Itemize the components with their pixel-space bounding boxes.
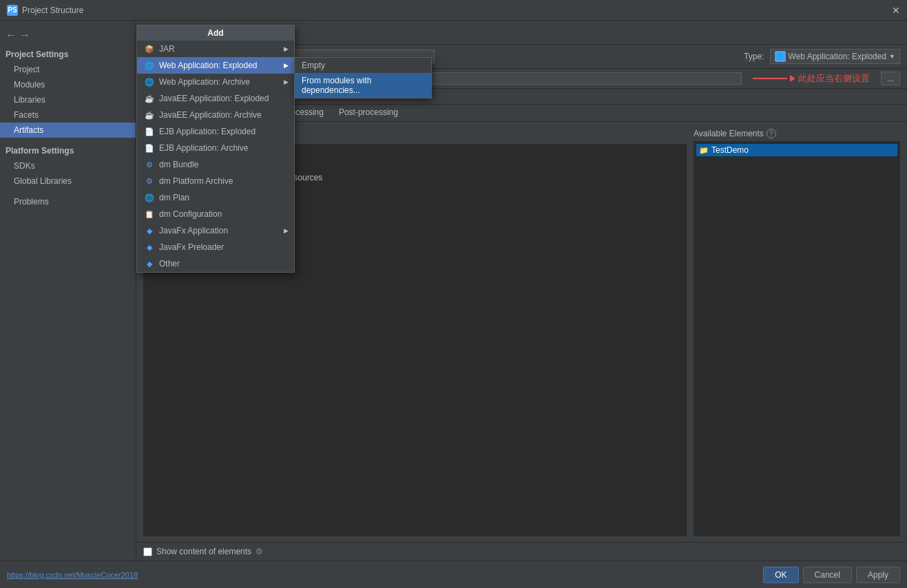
menu-item-label: dm Plan	[159, 193, 189, 202]
empty-label: Empty	[302, 61, 325, 70]
available-item-label: TestDemo	[711, 145, 749, 155]
add-menu-item-other[interactable]: ◆ Other	[137, 255, 294, 272]
dm-platform-icon: ⚙	[144, 176, 155, 187]
show-content-checkbox[interactable]	[143, 547, 152, 556]
module-icon: 📁	[699, 146, 709, 155]
menu-item-label: EJB Application: Archive	[159, 143, 248, 153]
web-app-sub-menu: Empty From modules with dependencies...	[294, 57, 432, 98]
available-pane: Available Elements ? 📁 TestDemo	[694, 127, 900, 536]
add-menu-item-dm-bundle[interactable]: ⚙ dm Bundle	[137, 156, 294, 173]
menu-item-label: dm Configuration	[159, 209, 222, 219]
menu-item-label: Web Application: Exploded	[159, 61, 258, 70]
dm-plan-icon: 🌐	[144, 192, 155, 203]
menu-item-label: JavaFx Application	[159, 226, 228, 235]
type-value: Web Application: Exploded	[789, 52, 887, 61]
add-menu: Add 📦 JAR 🌐 Web Application: Exploded Em…	[136, 25, 295, 273]
back-button[interactable]: ←	[6, 29, 17, 41]
title-bar: PS Project Structure ✕	[0, 0, 907, 21]
sidebar: ← → Project Settings Project Modules Lib…	[0, 21, 136, 560]
add-menu-item-web-app-exploded[interactable]: 🌐 Web Application: Exploded Empty From m…	[137, 57, 294, 74]
available-label: Available Elements ?	[694, 127, 900, 141]
menu-item-label: EJB Application: Exploded	[159, 127, 256, 136]
javaee-exploded-icon: ☕	[144, 93, 155, 104]
footer-link[interactable]: https://blog.csdn.net/MuscleCocer2018	[7, 571, 138, 579]
add-menu-item-web-app-archive[interactable]: 🌐 Web Application: Archive	[137, 74, 294, 90]
add-menu-header: Add	[137, 25, 294, 41]
menu-item-label: dm Bundle	[159, 160, 198, 169]
type-label: Type:	[744, 52, 764, 61]
sidebar-item-libraries[interactable]: Libraries	[0, 92, 136, 107]
add-menu-item-ejb-exploded[interactable]: 📄 EJB Application: Exploded	[137, 123, 294, 140]
apply-button[interactable]: Apply	[856, 567, 900, 583]
sub-menu-item-empty[interactable]: Empty	[295, 58, 431, 73]
sidebar-item-modules[interactable]: Modules	[0, 77, 136, 92]
forward-button[interactable]: →	[19, 29, 30, 41]
add-menu-item-ejb-archive[interactable]: 📄 EJB Application: Archive	[137, 140, 294, 156]
close-button[interactable]: ✕	[892, 5, 900, 16]
sidebar-item-problems[interactable]: Problems	[0, 194, 136, 209]
available-item-testdemo[interactable]: 📁 TestDemo	[696, 144, 897, 156]
menu-item-label: JavaEE Application: Exploded	[159, 94, 269, 103]
menu-item-label: Other	[159, 259, 180, 269]
settings-icon[interactable]: ⚙	[256, 547, 263, 556]
show-content-wrap: Show content of elements ⚙	[143, 547, 263, 556]
javafx-preloader-icon: ◆	[144, 242, 155, 253]
other-icon: ◆	[144, 258, 155, 269]
menu-item-label: JavaEE Application: Archive	[159, 110, 262, 120]
sidebar-item-facets[interactable]: Facets	[0, 107, 136, 123]
add-menu-item-javafx-app[interactable]: ◆ JavaFx Application	[137, 222, 294, 239]
add-menu-container: Add 📦 JAR 🌐 Web Application: Exploded Em…	[136, 25, 295, 273]
sidebar-item-global-libraries[interactable]: Global Libraries	[0, 174, 136, 189]
platform-settings-label: Platform Settings	[0, 143, 136, 158]
title-bar-text: Project Structure	[22, 6, 83, 15]
output-browse-button[interactable]: ...	[881, 72, 900, 85]
type-icon: 🌐	[775, 51, 786, 62]
from-modules-label: From modules with dependencies...	[302, 76, 424, 95]
sidebar-item-project[interactable]: Project	[0, 62, 136, 77]
annotation-text: 此处应当右侧设置	[798, 72, 870, 85]
type-select[interactable]: 🌐 Web Application: Exploded ▼	[770, 49, 900, 64]
menu-item-label: JavaFx Preloader	[159, 242, 224, 252]
cancel-button[interactable]: Cancel	[803, 567, 852, 583]
nav-buttons: ← →	[0, 26, 136, 47]
add-menu-item-dm-plan[interactable]: 🌐 dm Plan	[137, 189, 294, 206]
add-menu-item-dm-platform[interactable]: ⚙ dm Platform Archive	[137, 173, 294, 189]
show-content-label: Show content of elements	[156, 547, 251, 556]
web-archive-icon: 🌐	[144, 76, 155, 87]
ejb-archive-icon: 📄	[144, 143, 155, 154]
javaee-archive-icon: ☕	[144, 109, 155, 120]
sidebar-item-artifacts[interactable]: Artifacts	[0, 123, 136, 138]
sidebar-item-sdks[interactable]: SDKs	[0, 158, 136, 174]
jar-icon: 📦	[144, 43, 155, 54]
javafx-app-icon: ◆	[144, 225, 155, 236]
app-icon: PS	[7, 5, 18, 16]
add-menu-item-dm-config[interactable]: 📋 dm Configuration	[137, 206, 294, 222]
menu-item-label: dm Platform Archive	[159, 176, 233, 186]
dm-config-icon: 📋	[144, 209, 155, 220]
help-icon[interactable]: ?	[767, 129, 776, 138]
sub-menu-item-from-modules[interactable]: From modules with dependencies...	[295, 73, 431, 98]
add-menu-item-javaee-archive[interactable]: ☕ JavaEE Application: Archive	[137, 107, 294, 123]
ejb-exploded-icon: 📄	[144, 126, 155, 137]
dm-bundle-icon: ⚙	[144, 159, 155, 170]
web-exploded-icon: 🌐	[144, 60, 155, 71]
project-settings-label: Project Settings	[0, 47, 136, 62]
menu-item-label: Web Application: Archive	[159, 77, 250, 87]
menu-item-label: JAR	[159, 44, 175, 54]
ok-button[interactable]: OK	[763, 567, 798, 583]
available-tree: 📁 TestDemo	[694, 141, 900, 536]
tab-post-processing[interactable]: Post-processing	[332, 105, 405, 121]
add-menu-item-javafx-preloader[interactable]: ◆ JavaFx Preloader	[137, 239, 294, 255]
bottom-row: Show content of elements ⚙	[136, 542, 907, 560]
type-dropdown-icon[interactable]: ▼	[889, 53, 895, 60]
footer: https://blog.csdn.net/MuscleCocer2018 OK…	[0, 560, 907, 588]
add-menu-item-jar[interactable]: 📦 JAR	[137, 41, 294, 57]
add-menu-item-javaee-exploded[interactable]: ☕ JavaEE Application: Exploded	[137, 90, 294, 107]
